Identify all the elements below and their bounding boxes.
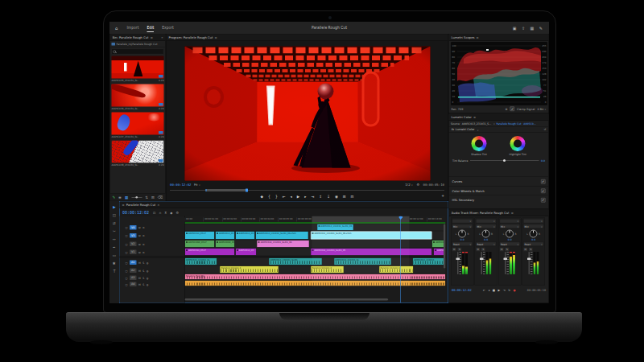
lock-icon[interactable]: ▢ [126, 242, 128, 245]
sort-icon[interactable]: ⇅ [145, 195, 148, 200]
program-video-frame[interactable] [185, 47, 431, 181]
timeline-clip[interactable]: Parallele Version 4 [220, 266, 279, 274]
timeline-clip[interactable]: A005C013_0517 [185, 232, 215, 240]
multi-camera-icon[interactable]: ⊟ [351, 195, 354, 199]
panel-menu-icon[interactable]: ≡ [473, 115, 476, 119]
go-to-out-icon[interactable]: ⇥ [312, 195, 315, 199]
lock-icon[interactable]: ▢ [126, 226, 128, 229]
comparison-view-icon[interactable]: ⊞ [343, 195, 346, 199]
go-to-in-icon[interactable]: ⇤ [483, 289, 485, 292]
bin-clip-item[interactable]: A005C038_231031_SL..4:29 [112, 141, 164, 167]
lock-icon[interactable]: ▢ [126, 261, 128, 264]
track-header-a1[interactable]: ▢A1MS◍ [120, 259, 185, 266]
track-target-button[interactable]: V1 [130, 249, 137, 254]
output-assign-dropdown[interactable]: ∨ [476, 219, 497, 224]
track-header-v4[interactable]: ▢V4⊟⊙ [120, 224, 185, 231]
reset-icon[interactable]: ↺ [544, 128, 547, 131]
razor-tool[interactable]: ✂ [113, 229, 116, 233]
export-frame-icon[interactable]: ◉ [335, 195, 338, 199]
section-checkbox[interactable]: ✓ [541, 179, 546, 184]
track-lanes[interactable]: 00:0000:00:01:0000:00:02:0000:00:03:0000… [185, 216, 446, 303]
section-checkbox[interactable]: ✓ [541, 198, 546, 203]
quick-export-icon[interactable]: ⇧ [522, 26, 525, 31]
list-view-icon[interactable]: ≣ [118, 195, 122, 200]
track-target-button[interactable]: A2 [130, 268, 137, 273]
record-icon[interactable]: ● [514, 289, 516, 292]
voice-over-record-icon[interactable]: ◍ [147, 261, 149, 264]
thumbnail-view-icon[interactable]: ▦ [125, 195, 128, 200]
play-icon[interactable]: ▶ [297, 195, 299, 199]
track-target-button[interactable]: A1 [130, 260, 137, 265]
mixer-tab[interactable]: Audio Track Mixer: Parallele Rough Cut ≡ [449, 210, 549, 217]
bus-dropdown[interactable]: Mix∨ [452, 224, 473, 229]
mute-track-icon[interactable]: M [138, 282, 141, 286]
volume-fader[interactable] [457, 252, 459, 274]
bus-dropdown[interactable]: Mix∨ [500, 224, 521, 229]
go-to-in-icon[interactable]: ⇤ [283, 195, 286, 199]
selection-tool[interactable]: ▶ [113, 205, 115, 209]
play-icon[interactable]: ▶ [498, 289, 501, 292]
solo-track-icon[interactable]: S [142, 261, 144, 264]
linked-selection-icon[interactable]: ⊼ [164, 211, 167, 215]
lumetri-section-0[interactable]: Curves✓ [449, 177, 549, 187]
clip-thumbnail[interactable] [112, 113, 164, 135]
close-icon[interactable]: × [157, 203, 159, 207]
clamp-signal-checkbox[interactable]: ✓ [510, 107, 515, 112]
timeline-clip[interactable]: A005C013_05 [235, 232, 254, 240]
new-bin-icon[interactable]: ⊞ [151, 195, 155, 200]
track-header-a4[interactable]: ▢A4MS◍ [120, 282, 185, 287]
mark-out-icon[interactable]: } [275, 195, 278, 199]
track-target-button[interactable]: A3 [130, 275, 137, 280]
timeline-clip[interactable]: A005C013_0517 [185, 249, 235, 256]
sync-lock-icon[interactable]: ⊟ [138, 234, 141, 237]
toggle-track-output-icon[interactable]: ⊙ [142, 226, 145, 229]
solo-button[interactable]: S [457, 248, 462, 252]
track-select-tool[interactable]: ◫ [113, 213, 116, 217]
mute-button[interactable]: M [500, 248, 505, 252]
mute-track-icon[interactable]: M [138, 261, 141, 264]
horizontal-scrollbar[interactable] [185, 298, 389, 301]
stop-icon[interactable]: ■ [493, 289, 495, 292]
app-tab-import[interactable]: Import [126, 23, 138, 32]
scope-wrench-icon[interactable]: ⚙ [506, 107, 508, 110]
zoom-level-dropdown[interactable]: Fit∨ [194, 183, 200, 187]
ripple-edit-tool[interactable]: ⇄ [113, 221, 116, 225]
go-to-out-icon[interactable]: ⇥ [503, 289, 506, 292]
lumetri-section-1[interactable]: Color Wheels & Match✓ [449, 186, 549, 195]
monitor-scrollbar[interactable] [170, 189, 444, 192]
clip-thumbnail[interactable] [112, 56, 164, 79]
timeline-clip[interactable]: A005C013_231031_SL/R1_06+fxm [255, 232, 308, 240]
program-timecode[interactable]: 00:00:12:02 [170, 183, 191, 187]
track-target-button[interactable]: V4 [130, 225, 137, 230]
lock-icon[interactable]: ▢ [126, 282, 128, 286]
toggle-track-output-icon[interactable]: ⊙ [142, 242, 145, 245]
solo-track-icon[interactable]: S [142, 282, 144, 286]
bin-tab[interactable]: Bin: Parallele Rough Cut ≡ » [110, 35, 166, 42]
mute-button[interactable]: M [452, 248, 457, 252]
automation-dropdown[interactable]: Read∨ [523, 242, 544, 247]
loop-icon[interactable]: ↻ [508, 289, 510, 292]
mute-track-icon[interactable]: M [138, 276, 141, 279]
toggle-track-output-icon[interactable]: ⊙ [142, 250, 145, 253]
mute-button[interactable]: M [476, 248, 481, 252]
sequence-tab[interactable]: ≡ Parallele Rough Cut × [120, 202, 448, 209]
toggle-track-output-icon[interactable]: ⊙ [142, 234, 145, 237]
mark-in-icon[interactable]: { [268, 195, 270, 199]
app-tab-edit[interactable]: Edit [147, 23, 154, 32]
add-marker-icon[interactable]: ◆ [261, 195, 263, 199]
timeline-clip[interactable]: A005C00W_05 [215, 241, 234, 248]
solo-track-icon[interactable]: S [142, 276, 144, 279]
mute-track-icon[interactable]: M [138, 269, 141, 272]
panel-menu-icon[interactable]: ≡ [476, 35, 478, 39]
track-header-v3[interactable]: ▢V3⊟⊙ [120, 232, 185, 240]
track-header-a2[interactable]: ▢A2MS◍ [120, 267, 185, 274]
nested-sequence-icon[interactable]: ⊡ [153, 211, 155, 215]
sync-lock-icon[interactable]: ⊟ [138, 242, 141, 245]
panel-menu-icon[interactable]: ≡ [122, 203, 125, 207]
color-wheel[interactable] [510, 136, 526, 151]
bus-dropdown[interactable]: Mix∨ [523, 224, 544, 229]
vertical-scrollbar[interactable] [444, 224, 446, 269]
pan-knob[interactable] [530, 230, 538, 238]
program-tab[interactable]: Program: Parallele Rough Cut ≡ [167, 35, 448, 42]
rectangle-tool[interactable]: ▭ [113, 253, 116, 257]
